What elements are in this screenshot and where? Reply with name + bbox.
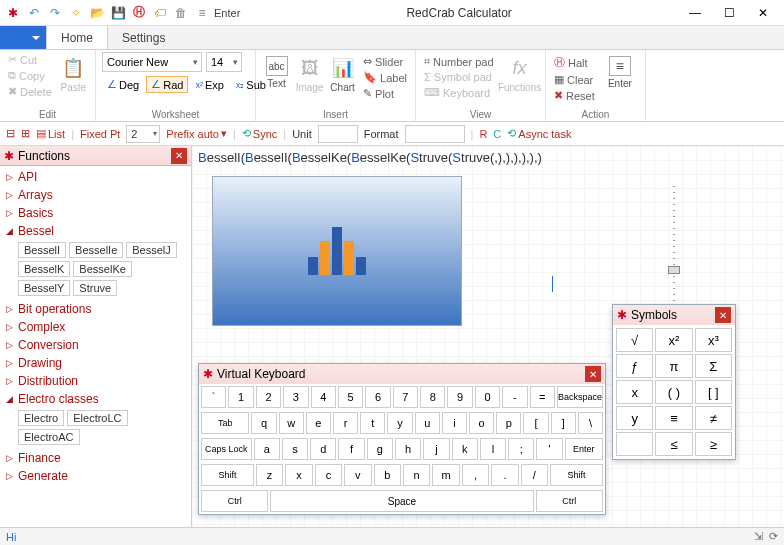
maximize-button[interactable]: ☐ [712, 3, 746, 23]
vk-key[interactable]: s [282, 438, 308, 460]
symbol-cell[interactable]: π [655, 354, 692, 378]
enter-icon[interactable]: ≡ [193, 4, 211, 22]
vk-close-button[interactable]: ✕ [585, 366, 601, 382]
vk-key[interactable]: Ctrl [536, 490, 603, 512]
symbol-cell[interactable]: ≤ [655, 432, 692, 456]
vk-key[interactable]: o [469, 412, 494, 434]
vk-key[interactable]: ` [201, 386, 226, 408]
tree-item[interactable]: ▷API [4, 168, 187, 186]
vk-key[interactable]: q [251, 412, 276, 434]
vk-key[interactable]: z [256, 464, 283, 486]
vk-key[interactable]: p [496, 412, 521, 434]
function-leaf[interactable]: BesselY [18, 280, 70, 296]
vk-key[interactable]: Shift [550, 464, 603, 486]
vk-key[interactable]: b [374, 464, 401, 486]
tree-item[interactable]: ▷Bit operations [4, 300, 187, 318]
file-tab[interactable] [0, 26, 46, 49]
vk-key[interactable]: i [442, 412, 467, 434]
fontsize-select[interactable]: 14 [206, 52, 242, 72]
chart-button[interactable]: 📊Chart [328, 52, 357, 93]
vk-key[interactable]: 4 [311, 386, 336, 408]
font-select[interactable]: Courier New [102, 52, 202, 72]
vk-key[interactable]: [ [523, 412, 548, 434]
trash-icon[interactable]: 🗑 [172, 4, 190, 22]
vk-key[interactable]: g [367, 438, 393, 460]
symbol-cell[interactable]: ≠ [695, 406, 732, 430]
vk-key[interactable]: 6 [365, 386, 390, 408]
symbol-cell[interactable]: ƒ [616, 354, 653, 378]
reset-button[interactable]: ✖Reset [552, 88, 597, 103]
close-button[interactable]: ✕ [746, 3, 780, 23]
tab-home[interactable]: Home [46, 26, 108, 49]
tab-settings[interactable]: Settings [108, 26, 179, 49]
function-leaf[interactable]: Electro [18, 410, 64, 426]
numberpad-button[interactable]: ⌗Number pad [422, 54, 496, 69]
copy-button[interactable]: ⧉Copy [6, 68, 54, 83]
vk-key[interactable]: Ctrl [201, 490, 268, 512]
vk-key[interactable]: e [306, 412, 331, 434]
tree-item[interactable]: ▷Basics [4, 204, 187, 222]
opt-c[interactable]: C [493, 128, 501, 140]
vk-key[interactable]: 7 [393, 386, 418, 408]
vk-key[interactable]: . [491, 464, 518, 486]
function-leaf[interactable]: ElectroAC [18, 429, 80, 445]
vk-key[interactable]: j [423, 438, 449, 460]
image-button[interactable]: 🖼Image [295, 52, 324, 93]
functions-button[interactable]: fxFunctions [500, 52, 540, 93]
symbol-cell[interactable]: x [616, 380, 653, 404]
slider-button[interactable]: ⇔Slider [361, 54, 409, 69]
vk-key[interactable]: Backspace [557, 386, 603, 408]
vk-key[interactable]: t [360, 412, 385, 434]
vk-key[interactable]: d [310, 438, 336, 460]
tree-item[interactable]: ▷Drawing [4, 354, 187, 372]
tree-item[interactable]: ▷Distribution [4, 372, 187, 390]
vk-key[interactable]: = [530, 386, 555, 408]
virtual-keyboard-window[interactable]: ✱ Virtual Keyboard ✕ `1234567890-=Backsp… [198, 363, 606, 515]
vk-key[interactable]: h [395, 438, 421, 460]
symbols-header[interactable]: ✱ Symbols ✕ [613, 305, 735, 325]
vk-key[interactable]: w [279, 412, 304, 434]
opt-unknown1[interactable]: ⊟ [6, 127, 15, 140]
halt-icon[interactable]: Ⓗ [130, 4, 148, 22]
function-leaf[interactable]: BesselIe [69, 242, 123, 258]
vk-header[interactable]: ✱ Virtual Keyboard ✕ [199, 364, 605, 384]
vk-key[interactable]: Enter [565, 438, 603, 460]
status-icon-2[interactable]: ⟳ [769, 530, 778, 543]
opt-r[interactable]: R [479, 128, 487, 140]
symbol-cell[interactable]: x² [655, 328, 692, 352]
deg-button[interactable]: ∠Deg [102, 76, 144, 93]
exp-button[interactable]: x²Exp [190, 76, 228, 93]
vk-key[interactable]: Shift [201, 464, 254, 486]
slider-thumb[interactable] [668, 266, 680, 274]
async-button[interactable]: ⟲Async task [507, 127, 571, 140]
cut-button[interactable]: ✂Cut [6, 52, 54, 67]
save-icon[interactable]: 💾 [109, 4, 127, 22]
symbol-cell[interactable]: ≥ [695, 432, 732, 456]
symbol-cell[interactable]: Σ [695, 354, 732, 378]
tag-icon[interactable]: 🏷 [151, 4, 169, 22]
vk-key[interactable]: l [480, 438, 506, 460]
tree-item[interactable]: ◢Electro classes [4, 390, 187, 408]
function-leaf[interactable]: BesselKe [73, 261, 131, 277]
vk-key[interactable]: a [254, 438, 280, 460]
sidebar-close-button[interactable]: ✕ [171, 148, 187, 164]
vk-key[interactable]: n [403, 464, 430, 486]
open-icon[interactable]: 📂 [88, 4, 106, 22]
vk-key[interactable]: r [333, 412, 358, 434]
enter-button[interactable]: ≡Enter [601, 52, 639, 89]
vk-key[interactable]: v [344, 464, 371, 486]
format-field[interactable] [405, 125, 465, 143]
label-button[interactable]: 🔖Label [361, 70, 409, 85]
vk-key[interactable]: 8 [420, 386, 445, 408]
tree-item[interactable]: ▷Conversion [4, 336, 187, 354]
vk-key[interactable]: 9 [447, 386, 472, 408]
vk-key[interactable]: \ [578, 412, 603, 434]
chart-object[interactable] [212, 176, 462, 326]
fixed-select[interactable]: 2 [126, 125, 160, 143]
tree-item[interactable]: ▷Arrays [4, 186, 187, 204]
symbol-cell[interactable]: √ [616, 328, 653, 352]
vk-key[interactable]: y [387, 412, 412, 434]
vk-key[interactable]: k [452, 438, 478, 460]
symbol-cell[interactable]: x³ [695, 328, 732, 352]
halt-button[interactable]: ⒽHalt [552, 54, 597, 71]
